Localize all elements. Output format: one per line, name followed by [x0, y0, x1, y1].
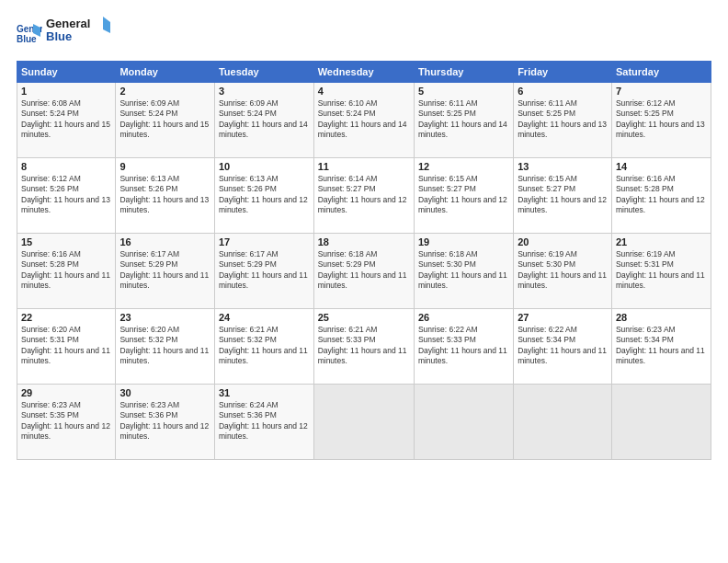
day-info: Sunrise: 6:22 AMSunset: 5:33 PMDaylight:…: [418, 325, 509, 367]
calendar-cell: 11 Sunrise: 6:14 AMSunset: 5:27 PMDaylig…: [313, 158, 414, 234]
day-number: 19: [418, 236, 509, 247]
day-info: Sunrise: 6:13 AMSunset: 5:26 PMDaylight:…: [119, 174, 210, 216]
calendar-cell: 1 Sunrise: 6:08 AMSunset: 5:24 PMDayligh…: [17, 83, 116, 158]
svg-marker-5: [103, 17, 110, 33]
weekday-header-saturday: Saturday: [611, 62, 711, 83]
calendar-cell: 2 Sunrise: 6:09 AMSunset: 5:24 PMDayligh…: [116, 83, 215, 158]
svg-text:Blue: Blue: [46, 29, 72, 43]
day-info: Sunrise: 6:20 AMSunset: 5:32 PMDaylight:…: [119, 325, 210, 367]
calendar-cell: 13 Sunrise: 6:15 AMSunset: 5:27 PMDaylig…: [514, 158, 612, 234]
calendar-cell: 5 Sunrise: 6:11 AMSunset: 5:25 PMDayligh…: [414, 83, 513, 158]
day-number: 5: [418, 86, 509, 97]
calendar-cell: 6 Sunrise: 6:11 AMSunset: 5:25 PMDayligh…: [514, 83, 612, 158]
calendar-cell: 26 Sunrise: 6:22 AMSunset: 5:33 PMDaylig…: [414, 309, 513, 385]
day-number: 9: [119, 161, 210, 172]
calendar-cell: 12 Sunrise: 6:15 AMSunset: 5:27 PMDaylig…: [414, 158, 513, 234]
day-info: Sunrise: 6:17 AMSunset: 5:29 PMDaylight:…: [219, 249, 310, 292]
logo-text: General Blue: [46, 15, 110, 52]
day-info: Sunrise: 6:18 AMSunset: 5:29 PMDaylight:…: [318, 249, 410, 292]
calendar-cell: 27 Sunrise: 6:22 AMSunset: 5:34 PMDaylig…: [514, 309, 612, 385]
calendar-table: SundayMondayTuesdayWednesdayThursdayFrid…: [17, 61, 711, 460]
calendar-cell: [313, 385, 414, 460]
weekday-header-tuesday: Tuesday: [214, 62, 313, 83]
day-number: 26: [418, 312, 509, 323]
day-info: Sunrise: 6:21 AMSunset: 5:33 PMDaylight:…: [318, 325, 410, 367]
calendar-week-row: 29 Sunrise: 6:23 AMSunset: 5:35 PMDaylig…: [17, 385, 711, 460]
calendar-cell: 24 Sunrise: 6:21 AMSunset: 5:32 PMDaylig…: [214, 309, 313, 385]
day-info: Sunrise: 6:19 AMSunset: 5:31 PMDaylight:…: [616, 249, 707, 292]
day-number: 28: [616, 312, 707, 323]
calendar-cell: 4 Sunrise: 6:10 AMSunset: 5:24 PMDayligh…: [313, 83, 414, 158]
day-number: 21: [616, 236, 707, 247]
calendar-cell: [611, 385, 711, 460]
day-info: Sunrise: 6:12 AMSunset: 5:25 PMDaylight:…: [616, 98, 707, 141]
calendar-cell: 14 Sunrise: 6:16 AMSunset: 5:28 PMDaylig…: [611, 158, 711, 234]
calendar-cell: 30 Sunrise: 6:23 AMSunset: 5:36 PMDaylig…: [116, 385, 215, 460]
day-info: Sunrise: 6:11 AMSunset: 5:25 PMDaylight:…: [518, 98, 608, 141]
day-info: Sunrise: 6:08 AMSunset: 5:24 PMDaylight:…: [21, 98, 111, 141]
day-number: 6: [518, 86, 608, 97]
calendar-cell: 19 Sunrise: 6:18 AMSunset: 5:30 PMDaylig…: [414, 234, 513, 309]
calendar-cell: 28 Sunrise: 6:23 AMSunset: 5:34 PMDaylig…: [611, 309, 711, 385]
calendar-week-row: 8 Sunrise: 6:12 AMSunset: 5:26 PMDayligh…: [17, 158, 711, 234]
day-info: Sunrise: 6:15 AMSunset: 5:27 PMDaylight:…: [418, 174, 509, 216]
calendar-week-row: 22 Sunrise: 6:20 AMSunset: 5:31 PMDaylig…: [17, 309, 711, 385]
calendar-cell: 9 Sunrise: 6:13 AMSunset: 5:26 PMDayligh…: [116, 158, 215, 234]
day-number: 12: [418, 161, 509, 172]
calendar-cell: 29 Sunrise: 6:23 AMSunset: 5:35 PMDaylig…: [17, 385, 116, 460]
calendar-cell: 31 Sunrise: 6:24 AMSunset: 5:36 PMDaylig…: [214, 385, 313, 460]
day-number: 31: [219, 387, 310, 398]
day-info: Sunrise: 6:24 AMSunset: 5:36 PMDaylight:…: [219, 400, 310, 442]
day-number: 23: [119, 312, 210, 323]
day-info: Sunrise: 6:10 AMSunset: 5:24 PMDaylight:…: [318, 98, 410, 141]
calendar-cell: [514, 385, 612, 460]
day-number: 27: [518, 312, 608, 323]
day-info: Sunrise: 6:21 AMSunset: 5:32 PMDaylight:…: [219, 325, 310, 367]
calendar-cell: 22 Sunrise: 6:20 AMSunset: 5:31 PMDaylig…: [17, 309, 116, 385]
calendar-cell: 16 Sunrise: 6:17 AMSunset: 5:29 PMDaylig…: [116, 234, 215, 309]
day-number: 7: [616, 86, 707, 97]
svg-text:Blue: Blue: [17, 34, 37, 44]
day-number: 25: [318, 312, 410, 323]
weekday-header-friday: Friday: [514, 62, 612, 83]
calendar-week-row: 1 Sunrise: 6:08 AMSunset: 5:24 PMDayligh…: [17, 83, 711, 158]
day-info: Sunrise: 6:18 AMSunset: 5:30 PMDaylight:…: [418, 249, 509, 292]
day-number: 3: [219, 86, 310, 97]
day-number: 13: [518, 161, 608, 172]
calendar-cell: 18 Sunrise: 6:18 AMSunset: 5:29 PMDaylig…: [313, 234, 414, 309]
day-number: 1: [21, 86, 111, 97]
day-number: 20: [518, 236, 608, 247]
calendar-cell: [414, 385, 513, 460]
day-info: Sunrise: 6:09 AMSunset: 5:24 PMDaylight:…: [119, 98, 210, 141]
day-info: Sunrise: 6:22 AMSunset: 5:34 PMDaylight:…: [518, 325, 608, 367]
day-number: 29: [21, 387, 111, 398]
day-number: 24: [219, 312, 310, 323]
day-info: Sunrise: 6:13 AMSunset: 5:26 PMDaylight:…: [219, 174, 310, 216]
logo: General Blue General Blue: [17, 15, 110, 52]
calendar-cell: 20 Sunrise: 6:19 AMSunset: 5:30 PMDaylig…: [514, 234, 612, 309]
day-number: 4: [318, 86, 410, 97]
weekday-header-wednesday: Wednesday: [313, 62, 414, 83]
header: General Blue General Blue: [17, 15, 711, 52]
day-info: Sunrise: 6:23 AMSunset: 5:36 PMDaylight:…: [119, 400, 210, 442]
day-number: 2: [119, 86, 210, 97]
day-number: 18: [318, 236, 410, 247]
day-info: Sunrise: 6:17 AMSunset: 5:29 PMDaylight:…: [119, 249, 210, 292]
day-info: Sunrise: 6:19 AMSunset: 5:30 PMDaylight:…: [518, 249, 608, 292]
calendar-cell: 10 Sunrise: 6:13 AMSunset: 5:26 PMDaylig…: [214, 158, 313, 234]
svg-text:General: General: [46, 17, 90, 30]
day-number: 22: [21, 312, 111, 323]
calendar-cell: 15 Sunrise: 6:16 AMSunset: 5:28 PMDaylig…: [17, 234, 116, 309]
day-info: Sunrise: 6:09 AMSunset: 5:24 PMDaylight:…: [219, 98, 310, 141]
calendar-cell: 21 Sunrise: 6:19 AMSunset: 5:31 PMDaylig…: [611, 234, 711, 309]
day-number: 15: [21, 236, 111, 247]
day-number: 17: [219, 236, 310, 247]
day-info: Sunrise: 6:16 AMSunset: 5:28 PMDaylight:…: [616, 174, 707, 216]
calendar-cell: 3 Sunrise: 6:09 AMSunset: 5:24 PMDayligh…: [214, 83, 313, 158]
day-info: Sunrise: 6:20 AMSunset: 5:31 PMDaylight:…: [21, 325, 111, 367]
day-number: 30: [119, 387, 210, 398]
day-number: 16: [119, 236, 210, 247]
day-info: Sunrise: 6:16 AMSunset: 5:28 PMDaylight:…: [21, 249, 111, 292]
day-info: Sunrise: 6:14 AMSunset: 5:27 PMDaylight:…: [318, 174, 410, 216]
day-info: Sunrise: 6:23 AMSunset: 5:34 PMDaylight:…: [616, 325, 707, 367]
